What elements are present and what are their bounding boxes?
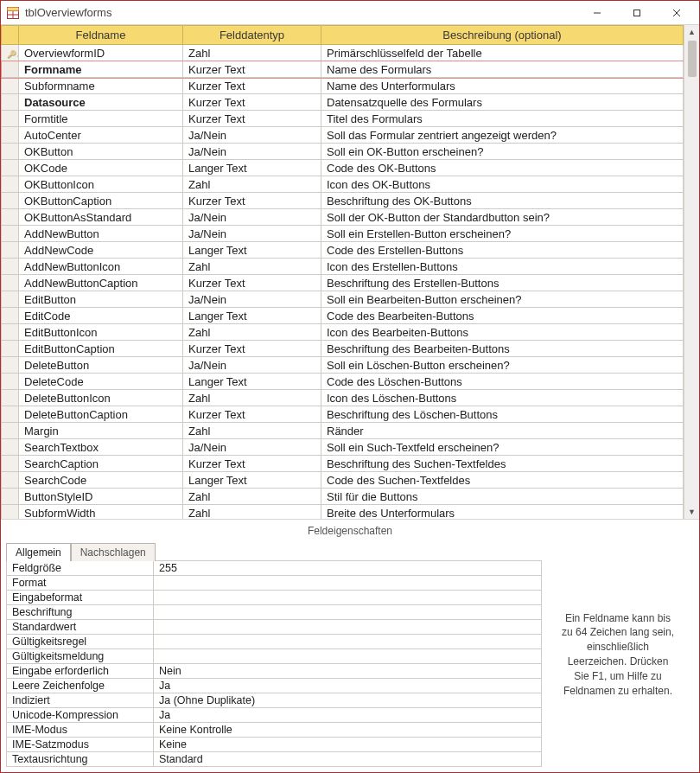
cell-fieldname[interactable]: ButtonStyleID bbox=[19, 489, 183, 505]
row-selector[interactable] bbox=[2, 308, 19, 324]
row-selector[interactable] bbox=[2, 61, 19, 78]
row-selector[interactable] bbox=[2, 193, 19, 209]
property-grid[interactable]: Feldgröße255FormatEingabeformatBeschrift… bbox=[6, 560, 542, 767]
row-selector[interactable] bbox=[2, 472, 19, 489]
table-row[interactable]: EditButtonIconZahlIcon des Bearbeiten-Bu… bbox=[2, 324, 684, 341]
cell-datatype[interactable]: Kurzer Text bbox=[183, 111, 321, 127]
cell-fieldname[interactable]: Subformname bbox=[19, 78, 183, 94]
table-row[interactable]: SearchCodeLanger TextCode des Suchen-Tex… bbox=[2, 472, 684, 489]
scroll-down-icon[interactable]: ▼ bbox=[685, 505, 699, 519]
field-grid[interactable]: Feldname Felddatentyp Beschreibung (opti… bbox=[1, 25, 684, 519]
property-value[interactable] bbox=[154, 635, 542, 649]
row-selector[interactable] bbox=[2, 160, 19, 176]
row-selector[interactable] bbox=[2, 144, 19, 160]
cell-fieldname[interactable]: DeleteButton bbox=[19, 357, 183, 374]
table-row[interactable]: DeleteCodeLanger TextCode des Löschen-Bu… bbox=[2, 374, 684, 390]
cell-datatype[interactable]: Ja/Nein bbox=[183, 144, 321, 160]
property-row[interactable]: IndiziertJa (Ohne Duplikate) bbox=[7, 693, 542, 708]
cell-datatype[interactable]: Ja/Nein bbox=[183, 127, 321, 144]
cell-datatype[interactable]: Zahl bbox=[183, 489, 321, 505]
cell-datatype[interactable]: Langer Text bbox=[183, 308, 321, 324]
table-row[interactable]: FormtitleKurzer TextTitel des Formulars bbox=[2, 111, 684, 127]
cell-datatype[interactable]: Langer Text bbox=[183, 160, 321, 176]
row-selector[interactable] bbox=[2, 111, 19, 127]
minimize-button[interactable] bbox=[580, 1, 614, 25]
cell-fieldname[interactable]: EditButton bbox=[19, 291, 183, 308]
property-row[interactable]: Gültigkeitsregel bbox=[7, 635, 542, 649]
tab-lookup[interactable]: Nachschlagen bbox=[71, 543, 156, 561]
table-row[interactable]: DeleteButtonIconZahlIcon des Löschen-But… bbox=[2, 390, 684, 406]
cell-fieldname[interactable]: AutoCenter bbox=[19, 127, 183, 144]
property-value[interactable] bbox=[154, 576, 542, 591]
property-row[interactable]: IME-SatzmodusKeine bbox=[7, 738, 542, 752]
cell-datatype[interactable]: Ja/Nein bbox=[183, 357, 321, 374]
cell-description[interactable]: Soll ein Bearbeiten-Button erscheinen? bbox=[321, 291, 684, 308]
table-row[interactable]: SearchTextboxJa/NeinSoll ein Such-Textfe… bbox=[2, 439, 684, 456]
cell-description[interactable]: Breite des Unterformulars bbox=[321, 505, 684, 520]
cell-datatype[interactable]: Langer Text bbox=[183, 374, 321, 390]
row-selector[interactable] bbox=[2, 209, 19, 226]
cell-description[interactable]: Beschriftung des Suchen-Textfeldes bbox=[321, 456, 684, 472]
cell-fieldname[interactable]: EditButtonCaption bbox=[19, 341, 183, 357]
row-selector[interactable] bbox=[2, 176, 19, 193]
row-selector[interactable] bbox=[2, 390, 19, 406]
property-row[interactable]: Standardwert bbox=[7, 620, 542, 635]
table-row[interactable]: AddNewCodeLanger TextCode des Erstellen-… bbox=[2, 242, 684, 259]
property-value[interactable] bbox=[154, 591, 542, 605]
cell-fieldname[interactable]: EditButtonIcon bbox=[19, 324, 183, 341]
table-row[interactable]: OKButtonIconZahlIcon des OK-Buttons bbox=[2, 176, 684, 193]
cell-datatype[interactable]: Zahl bbox=[183, 505, 321, 520]
table-row[interactable]: FormnameKurzer TextName des Formulars bbox=[2, 61, 684, 78]
cell-description[interactable]: Soll ein OK-Button erscheinen? bbox=[321, 144, 684, 160]
row-selector[interactable] bbox=[2, 275, 19, 291]
row-selector[interactable] bbox=[2, 259, 19, 275]
cell-description[interactable]: Code des Löschen-Buttons bbox=[321, 374, 684, 390]
cell-description[interactable]: Beschriftung des OK-Buttons bbox=[321, 193, 684, 209]
cell-description[interactable]: Code des Bearbeiten-Buttons bbox=[321, 308, 684, 324]
cell-description[interactable]: Datensatzquelle des Formulars bbox=[321, 94, 684, 111]
property-value[interactable] bbox=[154, 605, 542, 620]
table-row[interactable]: AddNewButtonJa/NeinSoll ein Erstellen-Bu… bbox=[2, 226, 684, 242]
cell-fieldname[interactable]: Datasource bbox=[19, 94, 183, 111]
row-selector[interactable] bbox=[2, 94, 19, 111]
table-row[interactable]: OKCodeLanger TextCode des OK-Buttons bbox=[2, 160, 684, 176]
table-row[interactable]: SubformWidthZahlBreite des Unterformular… bbox=[2, 505, 684, 520]
property-value[interactable]: 255 bbox=[154, 561, 542, 576]
cell-fieldname[interactable]: AddNewButtonCaption bbox=[19, 275, 183, 291]
cell-fieldname[interactable]: DeleteButtonIcon bbox=[19, 390, 183, 406]
cell-datatype[interactable]: Kurzer Text bbox=[183, 193, 321, 209]
property-value[interactable] bbox=[154, 620, 542, 635]
row-selector[interactable] bbox=[2, 226, 19, 242]
property-value[interactable]: Keine Kontrolle bbox=[154, 723, 542, 738]
cell-fieldname[interactable]: EditCode bbox=[19, 308, 183, 324]
property-value[interactable]: Keine bbox=[154, 738, 542, 752]
col-header-fieldname[interactable]: Feldname bbox=[19, 26, 183, 45]
table-row[interactable]: DeleteButtonCaptionKurzer TextBeschriftu… bbox=[2, 406, 684, 423]
table-row[interactable]: ButtonStyleIDZahlStil für die Buttons bbox=[2, 489, 684, 505]
row-selector[interactable] bbox=[2, 489, 19, 505]
cell-fieldname[interactable]: SubformWidth bbox=[19, 505, 183, 520]
row-selector[interactable] bbox=[2, 127, 19, 144]
row-selector[interactable] bbox=[2, 423, 19, 439]
row-selector[interactable]: 🔑 bbox=[2, 45, 19, 61]
row-selector[interactable] bbox=[2, 456, 19, 472]
cell-description[interactable]: Icon des Löschen-Buttons bbox=[321, 390, 684, 406]
row-selector[interactable] bbox=[2, 78, 19, 94]
cell-fieldname[interactable]: DeleteCode bbox=[19, 374, 183, 390]
property-row[interactable]: IME-ModusKeine Kontrolle bbox=[7, 723, 542, 738]
cell-description[interactable]: Soll das Formular zentriert angezeigt we… bbox=[321, 127, 684, 144]
row-selector[interactable] bbox=[2, 374, 19, 390]
row-selector-header[interactable] bbox=[2, 26, 19, 45]
property-value[interactable]: Ja (Ohne Duplikate) bbox=[154, 693, 542, 708]
cell-description[interactable]: Code des Erstellen-Buttons bbox=[321, 242, 684, 259]
cell-fieldname[interactable]: Margin bbox=[19, 423, 183, 439]
cell-fieldname[interactable]: DeleteButtonCaption bbox=[19, 406, 183, 423]
cell-datatype[interactable]: Langer Text bbox=[183, 472, 321, 489]
property-row[interactable]: Format bbox=[7, 576, 542, 591]
table-row[interactable]: AutoCenterJa/NeinSoll das Formular zentr… bbox=[2, 127, 684, 144]
cell-datatype[interactable]: Zahl bbox=[183, 324, 321, 341]
vertical-scrollbar[interactable]: ▲ ▼ bbox=[684, 25, 699, 519]
cell-fieldname[interactable]: OKButtonIcon bbox=[19, 176, 183, 193]
cell-datatype[interactable]: Zahl bbox=[183, 176, 321, 193]
cell-datatype[interactable]: Ja/Nein bbox=[183, 209, 321, 226]
